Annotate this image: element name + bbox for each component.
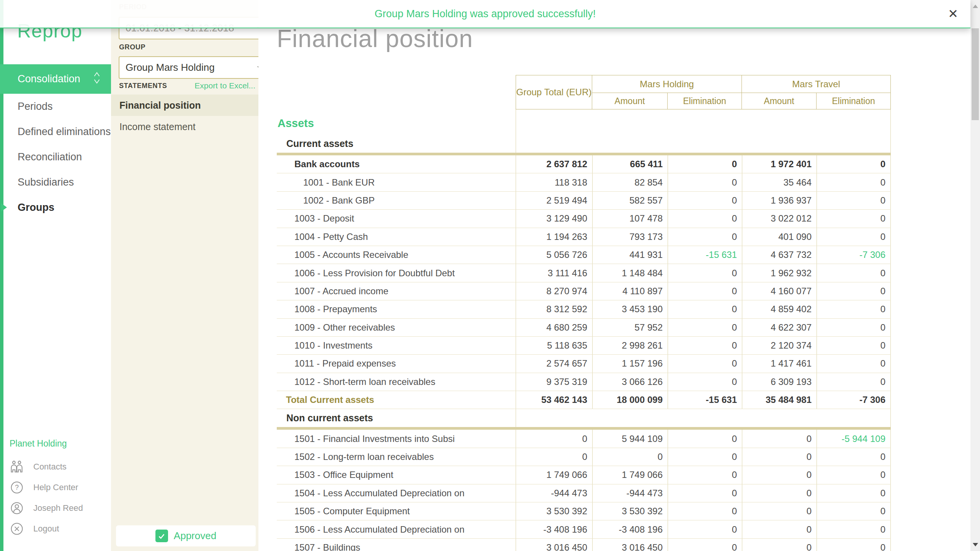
cell-mh-amount: 1 749 066 — [592, 466, 668, 484]
table-row-1503-office-equipment: 1503 - Office Equipment1 749 0661 749 06… — [277, 466, 891, 484]
cell-mh-elimination: 0 — [668, 355, 742, 372]
statement-item-income-statement[interactable]: Income statement — [111, 116, 258, 137]
row-label: 1006 - Less Provision for Doubtful Debt — [277, 264, 516, 282]
header-mh-elimination: Elimination — [668, 93, 742, 109]
cell-mh-amount: 4 110 897 — [592, 282, 668, 300]
table-row-1012-short-term-loan-receivables: 1012 - Short-term loan receivables9 375 … — [277, 373, 891, 391]
cell-mt-amount: 0 — [742, 484, 817, 502]
sidebar-footer-list: Contacts?Help CenterJoseph ReedLogout — [0, 456, 111, 539]
scrollbar-thumb[interactable] — [972, 28, 979, 120]
cell-mh-elimination: 0 — [668, 520, 742, 538]
table-row-1507-buildings: 1507 - Buildings3 016 4503 016 450000 — [277, 539, 891, 551]
cell-mt-amount: 3 022 012 — [742, 210, 817, 227]
sidebar-footer: Planet Holding Contacts?Help CenterJosep… — [0, 439, 111, 539]
sidebar-item-subsidiaries[interactable]: Subsidiaries — [0, 170, 111, 195]
cell-group-total: -944 473 — [516, 484, 592, 502]
cell-mt-amount: 35 464 — [742, 173, 817, 191]
cell-group-total: 1 749 066 — [516, 466, 592, 484]
table-row-1008-prepayments: 1008 - Prepayments8 312 5923 453 19004 8… — [277, 300, 891, 318]
approved-status[interactable]: Approved — [116, 525, 256, 546]
notification-message: Group Mars Holding was approved successf… — [375, 8, 596, 20]
footer-item-logout[interactable]: Logout — [0, 518, 111, 539]
cell-mt-amount: 4 637 732 — [742, 246, 817, 264]
scroll-up-icon[interactable] — [973, 5, 978, 8]
band-cell — [516, 409, 592, 427]
cell-mh-elimination: 0 — [668, 282, 742, 300]
cell-mt-elimination: -7 306 — [817, 391, 891, 409]
cell-mt-elimination: 0 — [817, 192, 891, 209]
scroll-down-icon[interactable] — [973, 543, 978, 546]
close-icon[interactable]: ✕ — [948, 7, 958, 21]
header-mars-travel: Mars Travel — [742, 75, 891, 93]
cell-mt-elimination: 0 — [817, 155, 891, 173]
cell-mh-amount: 57 952 — [592, 319, 668, 336]
cell-mt-amount: 1 936 937 — [742, 192, 817, 209]
row-label: 1005 - Accounts Receivable — [277, 246, 516, 264]
page-title: Financial position — [277, 24, 473, 53]
sidebar-nav: ConsolidationPeriodsDefined eliminations… — [0, 64, 111, 220]
sidebar-item-defined-eliminations[interactable]: Defined eliminations — [0, 119, 111, 144]
cell-mt-elimination: 0 — [817, 373, 891, 391]
header-mt-elimination: Elimination — [817, 93, 891, 109]
cell-mt-amount: 6 309 193 — [742, 373, 817, 391]
cell-mt-elimination: 0 — [817, 228, 891, 246]
cell-mt-elimination: -7 306 — [817, 246, 891, 264]
header-mt-amount: Amount — [742, 93, 817, 109]
group-select[interactable]: Group Mars Holding — [119, 56, 272, 79]
export-to-excel-link[interactable]: Export to Excel... — [194, 81, 255, 90]
category-band-assets: Assets — [277, 109, 891, 135]
cell-mh-amount: 3 066 126 — [592, 373, 668, 391]
cell-group-total: 0 — [516, 448, 592, 466]
cell-mh-amount: 3 453 190 — [592, 300, 668, 318]
band-cell — [817, 135, 891, 153]
cell-mt-elimination: 0 — [817, 319, 891, 336]
footer-item-label: Logout — [33, 524, 59, 534]
table-row-1002-bank-gbp: 1002 - Bank GBP2 519 494582 55701 936 93… — [277, 192, 891, 210]
row-label: Total Current assets — [277, 391, 516, 409]
cell-group-total: 5 118 635 — [516, 337, 592, 354]
cell-mh-elimination: 0 — [668, 539, 742, 551]
section-title: Current assets — [277, 135, 516, 153]
table-header: Group Total (EUR) Mars Holding Mars Trav… — [277, 75, 891, 109]
cell-group-total: 2 574 657 — [516, 355, 592, 372]
cell-mh-elimination: 0 — [668, 319, 742, 336]
cell-mh-amount: 2 998 261 — [592, 337, 668, 354]
vertical-scrollbar[interactable] — [970, 0, 980, 551]
sidebar-item-consolidation[interactable]: Consolidation — [0, 64, 111, 94]
footer-item-label: Joseph Reed — [33, 503, 83, 513]
cell-group-total: -3 408 196 — [516, 520, 592, 538]
row-label: 1004 - Petty Cash — [277, 228, 516, 246]
cell-mt-elimination: 0 — [817, 355, 891, 372]
table-body: AssetsCurrent assetsBank accounts2 637 8… — [277, 109, 891, 551]
footer-item-label: Contacts — [33, 462, 67, 472]
cell-mh-elimination: 0 — [668, 210, 742, 227]
header-mars-holding: Mars Holding — [592, 75, 742, 93]
svg-text:?: ? — [15, 484, 19, 491]
table-row-1504-less-accumulated-depreciation-on: 1504 - Less Accumulated Depreciation on-… — [277, 484, 891, 502]
footer-item-help-center[interactable]: ?Help Center — [0, 477, 111, 498]
band-cell — [668, 409, 742, 427]
cell-group-total: 2 519 494 — [516, 192, 592, 209]
cell-group-total: 0 — [516, 430, 592, 447]
footer-item-joseph-reed[interactable]: Joseph Reed — [0, 498, 111, 518]
cell-mh-amount: 3 530 392 — [592, 502, 668, 520]
sidebar-item-groups[interactable]: Groups — [0, 195, 111, 220]
cell-mh-elimination: 0 — [668, 300, 742, 318]
row-label: 1010 - Investments — [277, 337, 516, 354]
cell-mh-amount: 82 854 — [592, 173, 668, 191]
sidebar-item-periods[interactable]: Periods — [0, 94, 111, 119]
footer-item-contacts[interactable]: Contacts — [0, 456, 111, 477]
approved-checkbox-icon[interactable] — [155, 530, 168, 542]
cell-mh-amount: 582 557 — [592, 192, 668, 209]
band-cell — [668, 109, 742, 135]
sidebar-item-reconciliation[interactable]: Reconciliation — [0, 144, 111, 170]
band-cell — [668, 135, 742, 153]
band-cell — [592, 409, 668, 427]
cell-mt-amount: 0 — [742, 430, 817, 447]
cell-mh-elimination: 0 — [668, 228, 742, 246]
cell-mh-amount: 5 944 109 — [592, 430, 668, 447]
cell-mt-amount: 0 — [742, 539, 817, 551]
cell-mh-amount: 793 173 — [592, 228, 668, 246]
statement-item-financial-position[interactable]: Financial position — [111, 95, 258, 116]
band-cell — [516, 109, 592, 135]
